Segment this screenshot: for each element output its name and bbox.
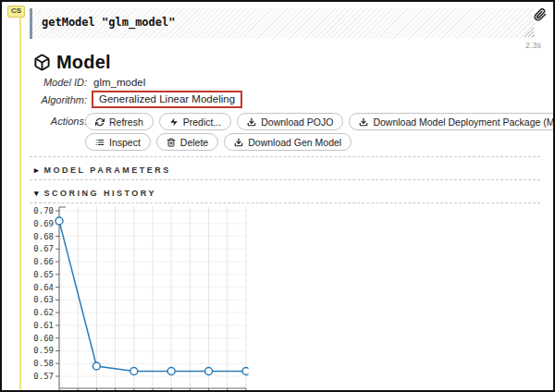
algorithm-row: Algorithm: Generalized Linear Modeling (30, 91, 540, 108)
predict-button[interactable]: Predict... (159, 113, 231, 130)
section-divider (30, 156, 540, 157)
button-label: Download Model Deployment Package (MOJO) (373, 116, 555, 128)
svg-text:0.60: 0.60 (33, 334, 54, 343)
scoring-history-chart: 0.570.580.590.600.610.620.630.640.650.66… (31, 204, 540, 392)
section-label: MODEL PARAMETERS (44, 165, 171, 175)
caret-right-icon: ▸ (34, 165, 39, 175)
inspect-button[interactable]: Inspect (85, 133, 151, 151)
actions-label: Actions: (30, 113, 87, 127)
model-cube-icon (33, 54, 51, 71)
download-pojo-button[interactable]: Download POJO (237, 113, 343, 130)
code-cell[interactable]: getModel "glm_model" (30, 8, 536, 39)
model-id-value: glm_model (93, 77, 145, 88)
algorithm-label: Algorithm: (30, 94, 87, 105)
svg-text:0.59: 0.59 (33, 346, 54, 355)
section-scoring-history[interactable]: ▾ SCORING HISTORY (30, 189, 540, 203)
algorithm-highlight-box: Generalized Linear Modeling (92, 91, 242, 108)
svg-text:0.69: 0.69 (33, 219, 54, 228)
lightning-icon (169, 117, 179, 127)
execution-time: 2.3s (525, 41, 541, 50)
model-heading: Model (33, 52, 540, 73)
svg-text:0.62: 0.62 (33, 308, 54, 317)
model-id-row: Model ID: glm_model (30, 77, 540, 88)
button-label: Refresh (109, 116, 143, 128)
refresh-icon (95, 117, 105, 127)
svg-text:0.61: 0.61 (33, 321, 54, 330)
button-label: Download Gen Model (248, 137, 341, 148)
actions-row-1: Refresh Predict... Download POJO Downloa… (85, 113, 555, 130)
model-id-label: Model ID: (30, 77, 87, 88)
svg-text:0.66: 0.66 (33, 257, 54, 266)
attachment-paperclip-icon[interactable] (534, 8, 547, 21)
section-label: SCORING HISTORY (44, 189, 157, 198)
cell-badge: CS (7, 6, 25, 18)
code-input[interactable]: getModel "glm_model" (32, 8, 536, 36)
button-label: Predict... (183, 116, 221, 128)
button-label: Delete (180, 137, 208, 148)
delete-button[interactable]: Delete (156, 133, 218, 151)
caret-down-icon: ▾ (34, 189, 39, 198)
flow-notebook-window: CS getModel "glm_model" 2.3s Model Model… (0, 0, 555, 392)
svg-text:0.67: 0.67 (33, 244, 54, 253)
download-gen-model-button[interactable]: Download Gen Model (224, 133, 352, 151)
svg-text:0.68: 0.68 (33, 232, 54, 241)
section-model-parameters[interactable]: ▸ MODEL PARAMETERS (30, 165, 540, 180)
page-title: Model (56, 52, 111, 73)
download-icon (234, 138, 243, 147)
list-icon (95, 138, 105, 147)
scoring-history-line-chart: 0.570.580.590.600.610.620.630.640.650.66… (31, 204, 290, 392)
download-mojo-button[interactable]: Download Model Deployment Package (MOJO) (349, 113, 555, 130)
download-icon (247, 117, 256, 127)
svg-text:0.70: 0.70 (33, 206, 54, 215)
svg-text:0.58: 0.58 (33, 359, 54, 368)
download-icon (359, 117, 368, 127)
refresh-button[interactable]: Refresh (85, 113, 154, 130)
svg-text:0.63: 0.63 (33, 295, 54, 304)
svg-text:0.57: 0.57 (33, 372, 54, 381)
actions-row: Actions: Refresh Predict... Download POJ… (30, 113, 540, 151)
svg-text:0.65: 0.65 (33, 270, 54, 279)
trash-icon (166, 138, 176, 147)
button-label: Inspect (109, 137, 141, 148)
svg-text:0.64: 0.64 (33, 283, 54, 292)
button-label: Download POJO (261, 116, 333, 128)
cell-output: Model Model ID: glm_model Algorithm: Gen… (30, 50, 540, 392)
actions-row-2: Inspect Delete Download Gen Model (85, 133, 555, 151)
cell-selection-indicator (19, 15, 21, 390)
